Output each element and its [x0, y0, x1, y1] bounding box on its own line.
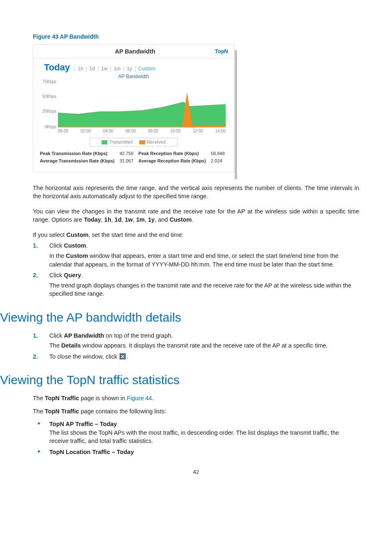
plot-area[interactable] [58, 82, 226, 127]
chart-header: AP Bandwidth TopN [33, 45, 234, 59]
time-range-tabs: Today | 1h | 1d | 1w | 1m | 1y | Custom [37, 58, 230, 74]
topn-contains: The TopN Traffic page contains the follo… [33, 407, 359, 416]
xtick: 10:00 [171, 128, 181, 134]
paragraph-custom-intro: If you select Custom, set the start time… [33, 231, 359, 239]
range-1h[interactable]: 1h [78, 65, 83, 72]
xtick: 02:00 [81, 128, 91, 134]
xtick: 12:00 [193, 128, 203, 134]
range-custom[interactable]: Custom [138, 65, 155, 72]
stat-peak-tx-label: Peak Transmission Rate (Kbps) [40, 151, 117, 157]
details-step-1: 1. Click AP Bandwidth on top of the tren… [33, 331, 359, 350]
topn-bullets: TopN AP Traffic – Today The list shows t… [33, 420, 359, 456]
paragraph-axis-desc: The horizontal axis represents the time … [33, 184, 359, 201]
bullet-topn-ap-detail: The list shows the TopN APs with the mos… [49, 429, 359, 445]
chart-plot-wrap: 75Kbps 50Kbps 25Kbps 0Kbps 08-05 02:00 [37, 82, 230, 135]
stat-avg-rx-label: Average Reception Rate (Kbps) [138, 158, 208, 165]
stat-peak-rx-label: Peak Reception Rate (Kbps) [138, 151, 208, 157]
chart-widget: AP Bandwidth TopN Today | 1h | 1d | 1w |… [33, 44, 234, 172]
close-icon [120, 353, 126, 359]
ytick-0: 0Kbps [45, 124, 56, 130]
legend-swatch-rx [139, 140, 145, 144]
series-transmitted [58, 102, 226, 127]
step-2: 2. Click Query. The trend graph displays… [33, 271, 359, 298]
chart-subtitle: AP Bandwidth [37, 73, 230, 80]
scrollbar-hint[interactable] [235, 50, 237, 179]
xtick: 08:00 [148, 128, 158, 134]
chart-stats: Peak Transmission Rate (Kbps) 42.750 Pea… [37, 151, 230, 167]
figure-caption: Figure 43 AP Bandwidth [33, 33, 359, 41]
legend-rx: Received [147, 139, 166, 144]
range-1w[interactable]: 1w [101, 65, 107, 72]
stat-avg-tx-label: Average Transmission Rate (Kbps) [40, 158, 117, 165]
details-steps-list: 1. Click AP Bandwidth on top of the tren… [33, 331, 359, 361]
paragraph-options: You can view the changes in the transmit… [33, 207, 359, 224]
bullet-topn-location: TopN Location Traffic – Today [33, 448, 359, 457]
ytick-25: 25Kbps [42, 109, 56, 114]
range-today[interactable]: Today [44, 61, 70, 74]
stat-avg-rx-value: 2.024 [211, 158, 227, 165]
topn-link[interactable]: TopN [215, 48, 228, 55]
figure-44-link[interactable]: Figure 44 [127, 395, 152, 401]
stat-peak-tx-value: 42.750 [120, 151, 136, 157]
stat-peak-rx-value: 58.848 [211, 151, 227, 157]
custom-steps-list: 1. Click Custom. In the Custom window th… [33, 241, 359, 298]
chart-title: AP Bandwidth [55, 47, 215, 56]
xtick: 04:00 [103, 128, 113, 134]
range-1y[interactable]: 1y [127, 65, 132, 72]
step-1-detail: In the Custom window that appears, enter… [49, 252, 359, 269]
ytick-50: 50Kbps [42, 94, 56, 100]
heading-topn-traffic: Viewing the TopN traffic statistics [0, 371, 359, 389]
xtick: 08-05 [58, 128, 69, 134]
step-1: 1. Click Custom. In the Custom window th… [33, 241, 359, 269]
bullet-icon [38, 422, 40, 424]
legend-swatch-tx [101, 140, 107, 144]
stat-avg-tx-value: 31.067 [120, 158, 136, 165]
chart-legend: Transmitted Received [90, 138, 178, 147]
topn-shown-in: The TopN Traffic page is shown in Figure… [33, 394, 359, 403]
details-step-1-detail: The Details window appears. It displays … [49, 341, 359, 350]
bullet-icon [38, 450, 40, 452]
range-1d[interactable]: 1d [90, 65, 95, 72]
ytick-75: 75Kbps [42, 79, 56, 85]
heading-ap-bandwidth-details: Viewing the AP bandwidth details [0, 309, 359, 327]
page-number: 42 [33, 468, 359, 476]
xtick: 06:00 [125, 128, 136, 134]
x-axis: 08-05 02:00 04:00 06:00 08:00 10:00 12:0… [58, 127, 226, 134]
details-step-2: 2. To close the window, click . [33, 352, 359, 361]
step-2-detail: The trend graph displays changes in the … [49, 281, 359, 298]
xtick: 14:00 [215, 128, 226, 134]
range-1m[interactable]: 1m [114, 65, 121, 72]
bullet-topn-ap: TopN AP Traffic – Today The list shows t… [33, 420, 359, 445]
legend-tx: Transmitted [109, 139, 133, 144]
